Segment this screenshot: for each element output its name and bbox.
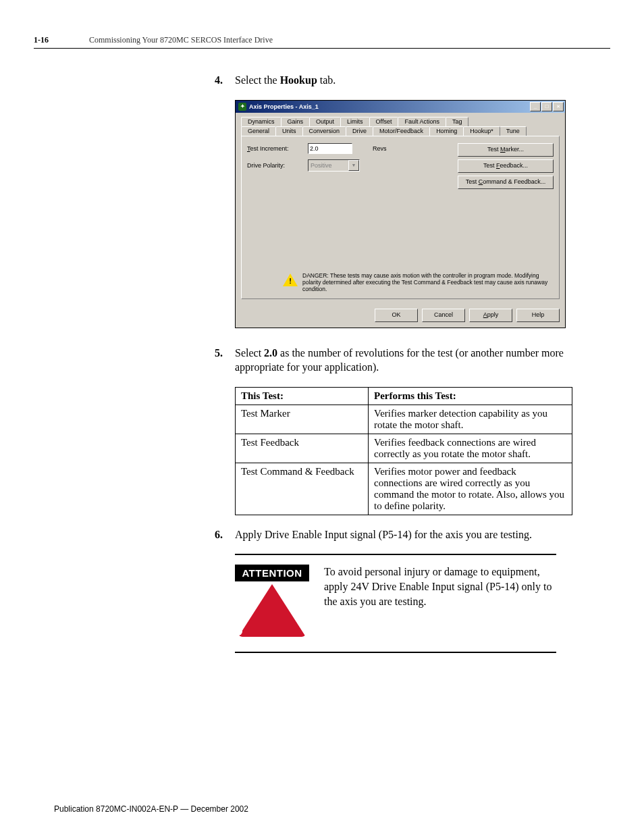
maximize-button[interactable]: □ [541,102,552,111]
step-4: 4. Select the Hookup tab. [215,73,576,88]
tab-drive[interactable]: Drive [346,126,373,136]
dialog-footer: OK Cancel Apply Help [236,305,565,328]
step-number: 4. [215,73,235,88]
tab-tune[interactable]: Tune [500,126,527,136]
test-buttons: Test Marker... Test Feedback... Test Com… [458,143,554,189]
apply-button[interactable]: Apply [469,309,512,322]
drive-polarity-value: Positive [311,162,332,169]
minimize-button[interactable]: _ [530,102,541,111]
tab-gains[interactable]: Gains [281,117,311,126]
test-command-feedback-button[interactable]: Test Command & Feedback... [458,176,554,189]
tab-tag[interactable]: Tag [446,117,469,126]
tab-limits[interactable]: Limits [340,117,370,126]
table-row: Test Marker Verifies marker detection ca… [236,405,572,434]
table-header-2: Performs this Test: [369,387,572,405]
tab-motor-feedback[interactable]: Motor/Feedback [373,126,430,136]
danger-text: DANGER: These tests may cause axis motio… [302,273,554,292]
tab-hookup[interactable]: Hookup* [463,126,500,136]
test-marker-button[interactable]: Test Marker... [458,143,554,157]
tests-table: This Test: Performs this Test: Test Mark… [235,387,572,515]
close-button[interactable]: × [553,102,564,111]
table-header-1: This Test: [236,387,369,405]
step-5: 5. Select 2.0 as the number of revolutio… [215,346,576,375]
cancel-button[interactable]: Cancel [422,309,465,322]
step-6: 6. Apply Drive Enable Input signal (P5-1… [215,527,576,542]
dialog-icon: ✦ [238,103,246,111]
step-text: Apply Drive Enable Input signal (P5-14) … [235,527,576,542]
tab-offset[interactable]: Offset [369,117,399,126]
tab-panel-hookup: Test Increment: 2.0 Revs Drive Polarity:… [241,136,560,299]
dialog-title: Axis Properties - Axis_1 [249,103,530,110]
axis-properties-dialog: ✦ Axis Properties - Axis_1 _ □ × Dynamic… [235,100,566,328]
warning-icon: ! [282,273,298,288]
step-text: Select the Hookup tab. [235,73,576,88]
chapter-title: Commissioning Your 8720MC SERCOS Interfa… [89,35,273,45]
danger-message: ! DANGER: These tests may cause axis mot… [282,273,554,292]
attention-box: ATTENTION To avoid personal injury or da… [235,554,556,653]
test-increment-unit: Revs [373,145,387,152]
test-increment-label: Test Increment: [247,145,308,152]
dialog-body: Dynamics Gains Output Limits Offset Faul… [236,113,565,305]
dialog-titlebar: ✦ Axis Properties - Axis_1 _ □ × [236,101,565,113]
ok-button[interactable]: OK [375,309,418,322]
drive-polarity-select[interactable]: Positive ▼ [308,159,360,172]
page-number: 1-16 [34,35,49,45]
step-number: 5. [215,346,235,375]
publication-footer: Publication 8720MC-IN002A-EN-P — Decembe… [54,804,248,814]
test-increment-input[interactable]: 2.0 [308,143,352,154]
tab-general[interactable]: General [241,126,276,136]
attention-icon-column: ATTENTION [235,565,309,638]
table-row: Test Feedback Verifies feedback connecti… [236,434,572,463]
tab-dynamics[interactable]: Dynamics [241,117,281,126]
tab-fault-actions[interactable]: Fault Actions [398,117,446,126]
test-feedback-button[interactable]: Test Feedback... [458,159,554,173]
attention-triangle-icon [238,584,306,637]
tab-homing[interactable]: Homing [429,126,464,136]
tabs-row-1: Dynamics Gains Output Limits Offset Faul… [241,117,560,136]
exclamation-body [235,599,242,623]
tab-conversion[interactable]: Conversion [302,126,347,136]
step-text: Select 2.0 as the number of revolutions … [235,346,576,375]
page-header: 1-16 Commissioning Your 8720MC SERCOS In… [34,35,610,49]
help-button[interactable]: Help [516,309,560,322]
chevron-down-icon: ▼ [348,160,359,171]
tab-units[interactable]: Units [275,126,303,136]
drive-polarity-label: Drive Polarity: [247,162,308,169]
attention-text: To avoid personal injury or damage to eq… [324,565,556,638]
attention-label: ATTENTION [235,565,308,581]
tab-output[interactable]: Output [309,117,341,126]
table-row: Test Command & Feedback Verifies motor p… [236,463,572,515]
main-content: 4. Select the Hookup tab. ✦ Axis Propert… [215,73,576,653]
step-number: 6. [215,527,235,542]
